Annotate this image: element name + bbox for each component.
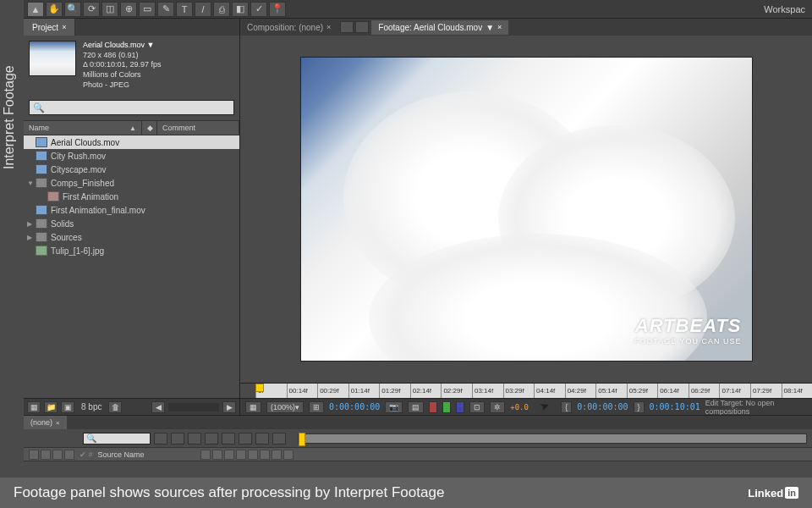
shape-tool[interactable]: ▭ (139, 2, 156, 17)
brush-tool[interactable]: / (195, 2, 211, 17)
clone-tool[interactable]: ⎙ (213, 2, 230, 17)
footage-duration: Δ 0:00:10:01, 29.97 fps (83, 60, 162, 70)
show-channel-btn[interactable]: ▤ (408, 401, 424, 413)
scroll-track[interactable] (168, 403, 219, 411)
list-item[interactable]: ▶Sources (24, 230, 239, 244)
column-label[interactable]: ◆ (142, 121, 157, 135)
puppet-tool[interactable]: 📍 (269, 2, 286, 17)
list-item[interactable]: Aerial Clouds.mov (24, 135, 239, 149)
project-tab[interactable]: Project × (24, 19, 75, 36)
tl-btn-5[interactable] (222, 433, 235, 444)
solo-toggle-icon[interactable] (52, 450, 63, 460)
close-icon[interactable]: × (56, 419, 60, 427)
time-ruler[interactable]: 0f00:14f00:29f01:14f01:29f02:14f02:29f03… (240, 383, 812, 398)
viewer-content[interactable]: ARTBEATS FOOTAGE YOU CAN USE (240, 36, 812, 383)
playhead[interactable] (255, 384, 264, 392)
tl-btn-1[interactable] (154, 433, 167, 444)
text-tool[interactable]: T (176, 2, 193, 17)
current-time[interactable]: 0:00:00:00 (329, 402, 380, 411)
in-time[interactable]: 0:00:00:00 (577, 402, 628, 411)
tab-comp-label: Composition: (none) (247, 23, 323, 32)
new-comp-btn[interactable]: ▣ (61, 401, 74, 413)
close-icon[interactable]: × (326, 23, 331, 31)
selection-tool[interactable]: ▲ (27, 2, 44, 17)
project-search[interactable]: 🔍 (29, 100, 234, 115)
tl-btn-7[interactable] (255, 433, 269, 444)
twirl-icon[interactable]: ▼ (27, 179, 36, 187)
linkedin-label: Linked (748, 487, 783, 500)
camera-tool[interactable]: ◫ (102, 2, 118, 17)
timeline-playhead[interactable] (299, 433, 305, 446)
channel-b[interactable] (456, 401, 464, 413)
alpha-btn[interactable]: ▦ (245, 401, 261, 413)
timeline-search[interactable]: 🔍 (83, 433, 151, 444)
in-point-btn[interactable]: { (561, 401, 572, 413)
source-name-header[interactable]: Source Name (98, 450, 145, 459)
exposure-btn[interactable]: ✲ (490, 401, 505, 413)
bpc-label[interactable]: 8 bpc (81, 402, 102, 411)
grid-btn[interactable]: ⊡ (469, 401, 485, 413)
resolution-btn[interactable]: ⊞ (309, 401, 324, 413)
zoom-dropdown[interactable]: (100%) ▾ (266, 401, 304, 413)
delete-btn[interactable]: 🗑 (108, 401, 122, 413)
list-item[interactable]: ▶Solids (24, 217, 239, 230)
switch-icon[interactable] (248, 450, 258, 460)
twirl-icon[interactable]: ▶ (27, 234, 36, 241)
hand-tool[interactable]: ✋ (46, 2, 63, 17)
list-item[interactable]: First Animation (24, 190, 239, 203)
ruler-mark: 07:14f (719, 384, 750, 398)
timeline-track[interactable] (298, 433, 807, 444)
folder-icon (36, 218, 47, 229)
dropdown-icon[interactable]: ▼ (486, 23, 494, 32)
list-item[interactable]: Tulip_[1-6].jpg (24, 244, 239, 257)
list-item[interactable]: City Rush.mov (24, 149, 239, 163)
switch-icon[interactable] (260, 450, 270, 460)
linkedin-badge: Linkedin (748, 487, 798, 500)
list-item[interactable]: ▼Comps_Finished (24, 176, 239, 190)
pan-behind-tool[interactable]: ⊕ (120, 2, 137, 17)
switch-icon[interactable] (200, 450, 211, 460)
new-folder-btn[interactable]: 📁 (44, 401, 58, 413)
eraser-tool[interactable]: ◧ (232, 2, 249, 17)
tab-footage[interactable]: Footage: Aerial Clouds.mov ▼ × (371, 20, 508, 35)
out-time[interactable]: 0:00:10:01 (650, 402, 700, 411)
audio-toggle-icon[interactable] (41, 450, 51, 460)
switch-icon[interactable] (212, 450, 222, 460)
channel-r[interactable] (429, 401, 437, 413)
list-item[interactable]: First Animation_final.mov (24, 203, 239, 217)
scroll-right[interactable]: ▶ (222, 401, 236, 413)
tl-btn-6[interactable] (239, 433, 252, 444)
video-toggle-icon[interactable] (29, 450, 39, 460)
channel-g[interactable] (442, 401, 451, 413)
tab-composition[interactable]: Composition: (none) × (240, 20, 337, 35)
lock-toggle-icon[interactable] (64, 450, 74, 460)
zoom-tool[interactable]: 🔍 (64, 2, 81, 17)
column-comment[interactable]: Comment (157, 121, 239, 135)
rotate-tool[interactable]: ⟳ (83, 2, 100, 17)
tl-btn-3[interactable] (188, 433, 201, 444)
footage-name[interactable]: Aerial Clouds.mov ▼ (83, 41, 162, 51)
exposure-value[interactable]: +0.0 (510, 403, 529, 411)
viewer-lock-icon[interactable] (340, 21, 354, 33)
snapshot-btn[interactable]: 📷 (385, 401, 403, 413)
tl-btn-2[interactable] (171, 433, 184, 444)
tl-btn-4[interactable] (205, 433, 218, 444)
close-icon[interactable]: × (497, 23, 502, 31)
switch-icon[interactable] (236, 450, 246, 460)
viewer-split-icon[interactable] (355, 21, 369, 33)
switch-icon[interactable] (272, 450, 282, 460)
twirl-icon[interactable]: ▶ (27, 220, 36, 228)
column-name[interactable]: Name ▲ (24, 121, 142, 135)
roto-tool[interactable]: ✓ (250, 2, 267, 17)
switch-icon[interactable] (283, 450, 294, 460)
list-item[interactable]: Cityscape.mov (24, 163, 239, 176)
out-point-btn[interactable]: } (634, 401, 645, 413)
tl-btn-8[interactable] (272, 433, 286, 444)
interpret-footage-btn[interactable]: ▦ (27, 401, 41, 413)
close-icon[interactable]: × (62, 23, 66, 31)
scroll-left[interactable]: ◀ (151, 401, 165, 413)
timeline-tab[interactable]: (none) × (24, 416, 67, 429)
workspace-label[interactable]: Workspac (764, 4, 809, 14)
switch-icon[interactable] (224, 450, 234, 460)
pen-tool[interactable]: ✎ (157, 2, 174, 17)
